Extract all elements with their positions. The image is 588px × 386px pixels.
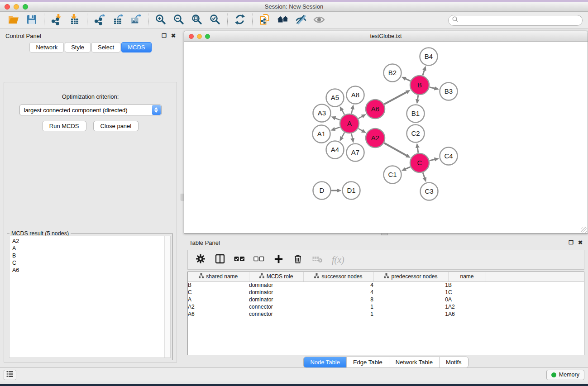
import-table-button[interactable]: [66, 13, 84, 28]
cell-successor-nodes[interactable]: 1: [303, 303, 373, 310]
edge-A-A2[interactable]: [359, 129, 363, 131]
cell-predecessor-nodes[interactable]: 1: [373, 303, 448, 310]
table-row[interactable]: A2connector11A2: [188, 303, 584, 310]
table-row[interactable]: A6connector11A6: [188, 310, 584, 318]
cell-predecessor-nodes[interactable]: 1: [373, 289, 448, 296]
tab-edge-table[interactable]: Edge Table: [347, 357, 389, 367]
cell-name[interactable]: A: [448, 296, 486, 303]
edge-B-B2[interactable]: [406, 79, 411, 81]
cell-MCDS-role[interactable]: dominator: [249, 289, 303, 296]
edge-A-A8[interactable]: [352, 109, 353, 114]
edge-A6-B[interactable]: [384, 92, 406, 105]
table-row[interactable]: Bdominator41B: [188, 281, 584, 289]
cell-successor-nodes[interactable]: 8: [303, 296, 373, 303]
criterion-select[interactable]: largest connected component (directed): [19, 105, 162, 115]
gear-button[interactable]: [195, 254, 206, 266]
cell-predecessor-nodes[interactable]: 0: [373, 296, 448, 303]
show-columns-button[interactable]: [234, 254, 245, 266]
edge-B-B1[interactable]: [417, 95, 418, 100]
refresh-button[interactable]: [231, 13, 249, 28]
cell-shared-name[interactable]: C: [188, 289, 249, 296]
close-table-panel-icon[interactable]: ✖: [578, 240, 583, 245]
cell-name[interactable]: A2: [448, 303, 486, 310]
tab-node-table[interactable]: Node Table: [304, 357, 347, 367]
cell-shared-name[interactable]: A2: [188, 303, 249, 310]
column-header-successor-nodes[interactable]: successor nodes: [303, 272, 373, 281]
tab-network[interactable]: Network: [29, 42, 64, 52]
apply-function-button[interactable]: f(x): [332, 255, 344, 265]
float-panel-icon[interactable]: ❐: [162, 33, 167, 38]
first-neighbors-button[interactable]: [274, 13, 292, 28]
result-list-item[interactable]: B: [10, 252, 170, 259]
column-header-predecessor-nodes[interactable]: predecessor nodes: [373, 272, 448, 281]
zoom-fit-button[interactable]: [188, 13, 206, 28]
tab-style[interactable]: Style: [65, 42, 91, 52]
column-header-name[interactable]: name: [448, 272, 486, 281]
cell-MCDS-role[interactable]: connector: [249, 303, 303, 310]
export-image-button[interactable]: [127, 13, 145, 28]
edge-C-C4[interactable]: [430, 159, 435, 161]
cell-shared-name[interactable]: B: [188, 281, 249, 289]
delete-column-button[interactable]: [292, 254, 304, 266]
edge-A-A1[interactable]: [335, 127, 340, 129]
search-box[interactable]: [448, 15, 583, 26]
network-minimize-button[interactable]: [197, 34, 202, 39]
zoom-in-button[interactable]: [152, 13, 170, 28]
close-window-button[interactable]: [5, 4, 10, 10]
column-header-shared-name[interactable]: shared name: [188, 272, 249, 281]
result-list-item[interactable]: A6: [10, 267, 170, 274]
zoom-selected-button[interactable]: [206, 13, 224, 28]
import-network-button[interactable]: [48, 13, 66, 28]
cell-MCDS-role[interactable]: connector: [249, 310, 303, 318]
result-list-scrollbar[interactable]: [164, 236, 170, 357]
edge-A-A6[interactable]: [359, 116, 363, 119]
save-session-button[interactable]: [23, 13, 41, 28]
mcds-result-list[interactable]: A2ABCA6: [9, 236, 171, 358]
result-list-item[interactable]: A2: [10, 238, 170, 245]
tab-select[interactable]: Select: [91, 42, 120, 52]
close-panel-icon[interactable]: ✖: [171, 33, 176, 38]
run-mcds-button[interactable]: Run MCDS: [42, 121, 86, 131]
hide-columns-button[interactable]: [253, 254, 265, 266]
close-panel-button[interactable]: Close panel: [93, 121, 139, 131]
float-table-panel-icon[interactable]: ❐: [569, 240, 574, 245]
network-graph[interactable]: B4B2BB3A5A8A6B1A3AC2A1A2A4A7CC4C1C3DD1: [184, 42, 588, 233]
tab-mcds[interactable]: MCDS: [121, 42, 151, 52]
cell-shared-name[interactable]: A6: [188, 310, 249, 318]
columns-button[interactable]: [214, 254, 226, 266]
network-canvas[interactable]: B4B2BB3A5A8A6B1A3AC2A1A2A4A7CC4C1C3DD1: [184, 42, 588, 233]
network-zoom-button[interactable]: [205, 34, 210, 39]
cell-name[interactable]: A6: [448, 310, 486, 318]
edge-A-A7[interactable]: [351, 133, 352, 138]
cell-MCDS-role[interactable]: dominator: [249, 281, 303, 289]
edge-A2-C[interactable]: [384, 143, 407, 156]
export-network-button[interactable]: [91, 13, 109, 28]
table-row[interactable]: Adominator80A: [188, 296, 584, 303]
network-close-button[interactable]: [189, 34, 194, 39]
cell-successor-nodes[interactable]: 4: [303, 289, 373, 296]
export-table-button[interactable]: [109, 13, 127, 28]
result-list-item[interactable]: A: [10, 245, 170, 252]
hide-panels-button[interactable]: [292, 13, 310, 28]
edge-B-B3[interactable]: [430, 87, 435, 88]
add-column-button[interactable]: [272, 254, 284, 266]
tab-network-table[interactable]: Network Table: [389, 357, 440, 367]
cell-successor-nodes[interactable]: 1: [303, 310, 373, 318]
edge-A-A3[interactable]: [335, 118, 339, 120]
open-session-button[interactable]: [5, 13, 23, 28]
result-list-item[interactable]: C: [10, 259, 170, 267]
cell-MCDS-role[interactable]: dominator: [249, 296, 303, 303]
edge-C-C1[interactable]: [406, 167, 410, 169]
network-window-titlebar[interactable]: testGlobe.txt: [184, 31, 588, 42]
edge-A-A4[interactable]: [342, 133, 344, 138]
edge-A-A5[interactable]: [342, 110, 344, 114]
search-input[interactable]: [459, 16, 582, 25]
zoom-out-button[interactable]: [170, 13, 188, 28]
edge-C-C3[interactable]: [423, 172, 425, 178]
show-graphics-button[interactable]: [310, 13, 328, 28]
cell-predecessor-nodes[interactable]: 1: [373, 310, 448, 318]
task-history-button[interactable]: [4, 370, 16, 380]
cell-name[interactable]: B: [448, 281, 486, 289]
cell-name[interactable]: C: [448, 289, 486, 296]
tab-motifs[interactable]: Motifs: [440, 357, 468, 367]
